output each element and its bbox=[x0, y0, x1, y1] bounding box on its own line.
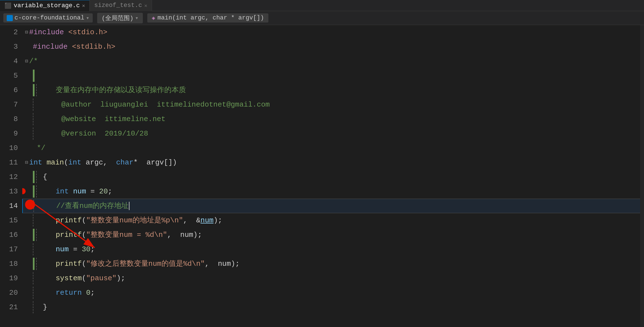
fold-4: ⊟ bbox=[25, 54, 28, 68]
line-num-20: 20 bbox=[0, 286, 22, 300]
breakpoint-13 bbox=[22, 188, 26, 194]
tab-sizeof-test[interactable]: sizeof_test.c ✕ bbox=[90, 0, 152, 11]
line-num-3: 3 bbox=[0, 40, 22, 54]
line-num-13: 13 bbox=[0, 184, 22, 199]
scope-dropdown-icon[interactable]: ▾ bbox=[135, 14, 138, 21]
scope-selector[interactable]: (全局范围) ▾ bbox=[97, 13, 143, 23]
line-num-10: 10 bbox=[0, 141, 22, 155]
editor: 2 3 4 5 6 7 8 9 10 11 12 13 14 15 16 17 … bbox=[0, 25, 644, 327]
title-bar: ⬛ variable_storage.c ✕ sizeof_test.c ✕ bbox=[0, 0, 644, 11]
green-bar-6 bbox=[33, 84, 35, 96]
code-line-11: ⊟ int main ( int argc, char * argv[]) bbox=[22, 155, 644, 170]
code-content[interactable]: ⊟ #include <stdio.h> #include <stdlib.h>… bbox=[22, 25, 644, 327]
cursor bbox=[129, 202, 129, 210]
code-line-18: printf ( "修改之后整数变量num的值是%d\n" , num); bbox=[22, 257, 644, 271]
line-num-21: 21 bbox=[0, 300, 22, 314]
line-num-17: 17 bbox=[0, 242, 22, 257]
code-line-21: } bbox=[22, 300, 644, 314]
code-line-7: @author liuguanglei ittimelinedotnet@gma… bbox=[22, 97, 644, 112]
line-num-6: 6 bbox=[0, 83, 22, 97]
tab-variable-storage[interactable]: ⬛ variable_storage.c ✕ bbox=[0, 0, 90, 11]
code-line-6: 变量在内存中的存储以及读写操作的本质 bbox=[22, 83, 644, 97]
fold-2: ⊟ bbox=[25, 25, 28, 40]
line-num-7: 7 bbox=[0, 97, 22, 112]
tab-sizeof-label: sizeof_test.c bbox=[94, 2, 142, 9]
func-label: main(int argc, char * argv[]) bbox=[157, 14, 264, 21]
tab-close-sizeof[interactable]: ✕ bbox=[144, 3, 147, 9]
toolbar: c-core-foundational ▾ (全局范围) ▾ ◈ main(in… bbox=[0, 11, 644, 25]
line-num-9: 9 bbox=[0, 126, 22, 141]
line-num-5: 5 bbox=[0, 68, 22, 83]
scrollbar[interactable] bbox=[640, 25, 644, 327]
line-num-16: 16 bbox=[0, 228, 22, 242]
tab-close-variable-storage[interactable]: ✕ bbox=[82, 3, 85, 9]
tab-label: variable_storage.c bbox=[14, 2, 80, 9]
code-line-12: { bbox=[22, 170, 644, 184]
tab-icon: ⬛ bbox=[4, 2, 11, 9]
code-line-13: int num = 20 ; bbox=[22, 184, 644, 199]
code-line-19: system ( "pause" ); bbox=[22, 271, 644, 286]
green-bar-16 bbox=[33, 229, 35, 241]
code-line-9: @version 2019/10/28 bbox=[22, 126, 644, 141]
code-line-8: @website ittimeline.net bbox=[22, 112, 644, 126]
code-line-14: //查看num的内存地址 bbox=[22, 199, 644, 213]
code-line-20: return 0 ; bbox=[22, 286, 644, 300]
project-label: c-core-foundational bbox=[14, 14, 84, 21]
line-num-18: 18 bbox=[0, 257, 22, 271]
code-line-17: num = 30 ; bbox=[22, 242, 644, 257]
line-num-12: 12 bbox=[0, 170, 22, 184]
func-selector[interactable]: ◈ main(int argc, char * argv[]) bbox=[147, 13, 268, 23]
green-bar-18 bbox=[33, 258, 35, 270]
green-bar-5 bbox=[33, 70, 35, 82]
code-line-4: ⊟ /* bbox=[22, 54, 644, 68]
line-num-11: 11 bbox=[0, 155, 22, 170]
line-num-4: 4 bbox=[0, 54, 22, 68]
code-line-2: ⊟ #include <stdio.h> bbox=[22, 25, 644, 40]
func-icon: ◈ bbox=[152, 14, 155, 21]
scope-label: (全局范围) bbox=[102, 14, 133, 22]
code-line-3: #include <stdlib.h> bbox=[22, 40, 644, 54]
line-num-2: 2 bbox=[0, 25, 22, 40]
green-bar-12 bbox=[33, 171, 35, 183]
line-num-19: 19 bbox=[0, 271, 22, 286]
fold-11: ⊟ bbox=[25, 155, 28, 170]
project-icon bbox=[7, 15, 13, 21]
project-dropdown-icon[interactable]: ▾ bbox=[86, 14, 89, 21]
line-numbers: 2 3 4 5 6 7 8 9 10 11 12 13 14 15 16 17 … bbox=[0, 25, 22, 327]
green-bar-13 bbox=[33, 185, 35, 198]
code-line-10: */ bbox=[22, 141, 644, 155]
project-selector[interactable]: c-core-foundational ▾ bbox=[3, 13, 93, 23]
code-line-16: printf ( "整数变量num = %d\n" , num); bbox=[22, 228, 644, 242]
code-line-15: printf ( "整数变量num的地址是%p\n" , & num ); bbox=[22, 213, 644, 228]
line-num-8: 8 bbox=[0, 112, 22, 126]
code-line-5 bbox=[22, 68, 644, 83]
line-num-15: 15 bbox=[0, 213, 22, 228]
line-num-14: 14 bbox=[0, 199, 22, 213]
